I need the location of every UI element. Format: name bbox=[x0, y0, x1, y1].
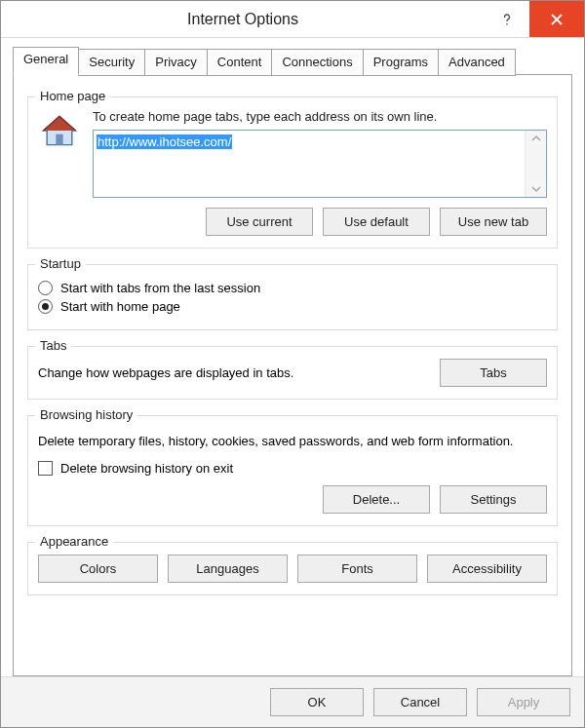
tabs-description: Change how webpages are displayed in tab… bbox=[38, 365, 440, 380]
dialog-footer: OK Cancel Apply bbox=[1, 676, 584, 727]
tab-advanced[interactable]: Advanced bbox=[438, 49, 516, 76]
url-scrollbar[interactable] bbox=[525, 131, 546, 197]
close-button[interactable] bbox=[529, 1, 584, 37]
radio-label: Start with tabs from the last session bbox=[60, 281, 260, 295]
checkbox-label: Delete browsing history on exit bbox=[60, 461, 233, 476]
chevron-up-icon bbox=[531, 134, 541, 143]
radio-home-page[interactable]: Start with home page bbox=[38, 299, 547, 314]
tab-privacy[interactable]: Privacy bbox=[144, 49, 208, 76]
cancel-button[interactable]: Cancel bbox=[373, 688, 467, 716]
legend-homepage: Home page bbox=[35, 89, 110, 103]
radio-last-session[interactable]: Start with tabs from the last session bbox=[38, 281, 547, 295]
tab-content[interactable]: Content bbox=[207, 49, 273, 76]
tab-security[interactable]: Security bbox=[78, 49, 145, 76]
accessibility-button[interactable]: Accessibility bbox=[427, 555, 547, 583]
radio-icon bbox=[38, 299, 53, 314]
homepage-description: To create home page tabs, type each addr… bbox=[93, 109, 547, 124]
radio-icon bbox=[38, 281, 53, 295]
homepage-url-input[interactable]: http://www.ihotsee.com/ bbox=[93, 130, 547, 198]
group-tabs: Tabs Change how webpages are displayed i… bbox=[27, 338, 558, 400]
use-current-button[interactable]: Use current bbox=[206, 208, 313, 236]
legend-history: Browsing history bbox=[35, 407, 137, 422]
tabs-button[interactable]: Tabs bbox=[440, 359, 547, 387]
chevron-down-icon bbox=[531, 184, 541, 194]
legend-startup: Startup bbox=[35, 256, 86, 271]
group-history: Browsing history Delete temporary files,… bbox=[27, 407, 558, 526]
tab-panel-general: Home page To create home page tabs, type… bbox=[13, 74, 572, 676]
checkbox-icon bbox=[38, 461, 53, 476]
ok-button[interactable]: OK bbox=[270, 688, 364, 716]
legend-appearance: Appearance bbox=[35, 534, 113, 549]
colors-button[interactable]: Colors bbox=[38, 555, 158, 583]
tab-strip: General Security Privacy Content Connect… bbox=[13, 48, 572, 75]
svg-rect-0 bbox=[56, 134, 62, 145]
help-button[interactable] bbox=[485, 1, 529, 37]
apply-button[interactable]: Apply bbox=[477, 688, 570, 716]
legend-tabs: Tabs bbox=[35, 338, 71, 353]
radio-label: Start with home page bbox=[60, 299, 180, 314]
group-homepage: Home page To create home page tabs, type… bbox=[27, 89, 558, 249]
internet-options-dialog: Internet Options pcrisk General Security… bbox=[0, 0, 585, 728]
titlebar: Internet Options bbox=[1, 1, 584, 38]
use-new-tab-button[interactable]: Use new tab bbox=[440, 208, 547, 236]
group-appearance: Appearance Colors Languages Fonts Access… bbox=[27, 534, 558, 595]
history-description: Delete temporary files, history, cookies… bbox=[38, 432, 547, 451]
homepage-url-value: http://www.ihotsee.com/ bbox=[97, 134, 232, 149]
dialog-title: Internet Options bbox=[187, 11, 298, 28]
history-settings-button[interactable]: Settings bbox=[440, 485, 547, 514]
tab-programs[interactable]: Programs bbox=[363, 49, 439, 76]
use-default-button[interactable]: Use default bbox=[323, 208, 430, 236]
delete-history-button[interactable]: Delete... bbox=[323, 485, 430, 514]
fonts-button[interactable]: Fonts bbox=[297, 555, 417, 583]
group-startup: Startup Start with tabs from the last se… bbox=[27, 256, 558, 330]
languages-button[interactable]: Languages bbox=[168, 555, 288, 583]
tab-connections[interactable]: Connections bbox=[271, 49, 363, 76]
house-icon bbox=[38, 109, 81, 152]
delete-on-exit-checkbox[interactable]: Delete browsing history on exit bbox=[38, 461, 547, 476]
tab-general[interactable]: General bbox=[13, 47, 79, 75]
